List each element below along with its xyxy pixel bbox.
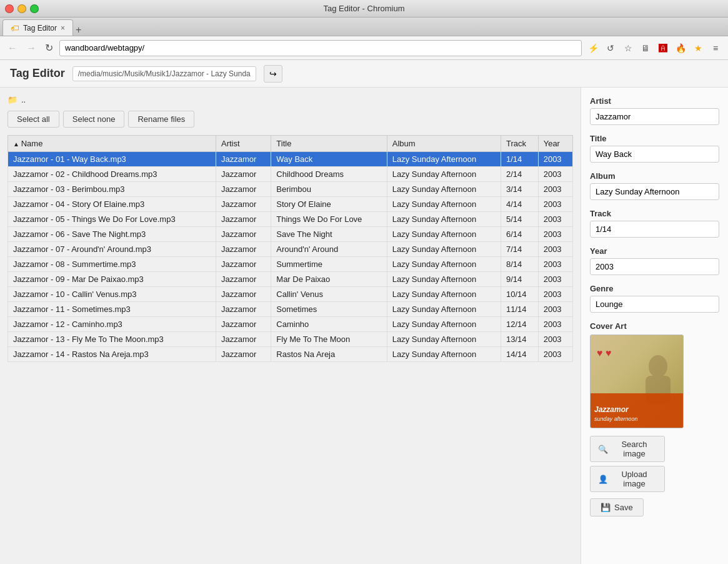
title-field-group: Title: [590, 134, 719, 163]
cell-name: Jazzamor - 03 - Berimbou.mp3: [8, 182, 216, 197]
table-row[interactable]: Jazzamor - 14 - Rastos Na Areja.mp3Jazza…: [8, 347, 573, 362]
cell-album: Lazy Sunday Afternoon: [387, 182, 501, 197]
table-row[interactable]: Jazzamor - 08 - Summertime.mp3JazzamorSu…: [8, 257, 573, 272]
track-input[interactable]: [590, 221, 719, 238]
browser-toolbar-icons: ⚡ ↺ ☆ 🖥 🅰 🔥 ★ ≡: [586, 41, 723, 56]
cell-year: 2003: [538, 317, 572, 332]
col-header-album[interactable]: Album: [387, 136, 501, 152]
cell-name: Jazzamor - 12 - Caminho.mp3: [8, 317, 216, 332]
cell-artist: Jazzamor: [216, 287, 271, 302]
menu-icon[interactable]: ≡: [708, 41, 723, 56]
parent-dir[interactable]: ..: [21, 95, 26, 104]
cell-track: 14/14: [501, 347, 539, 362]
address-input[interactable]: [59, 40, 582, 56]
table-row[interactable]: Jazzamor - 11 - Sometimes.mp3JazzamorSom…: [8, 302, 573, 317]
table-row[interactable]: Jazzamor - 03 - Berimbou.mp3JazzamorBeri…: [8, 182, 573, 197]
bookmark-star-icon[interactable]: ☆: [621, 41, 636, 56]
cell-track: 1/14: [501, 152, 539, 167]
table-row[interactable]: Jazzamor - 13 - Fly Me To The Moon.mp3Ja…: [8, 332, 573, 347]
art-text-overlay: Jazzamorsunday afternoon: [594, 405, 638, 423]
cell-album: Lazy Sunday Afternoon: [387, 167, 501, 182]
cell-title: Fly Me To The Moon: [271, 332, 387, 347]
cell-name: Jazzamor - 02 - Childhood Dreams.mp3: [8, 167, 216, 182]
flash-icon[interactable]: ⚡: [586, 41, 601, 56]
current-path: /media/music/Musik/Musik1/Jazzamor - Laz…: [72, 66, 256, 81]
folder-icon: 📁: [7, 95, 17, 104]
year-input[interactable]: [590, 258, 719, 275]
adblock-icon[interactable]: 🅰: [656, 41, 671, 56]
svg-point-0: [649, 355, 667, 378]
search-image-button[interactable]: 🔍 Search image: [590, 436, 665, 462]
close-button[interactable]: [5, 4, 14, 13]
cell-year: 2003: [538, 212, 572, 227]
cell-title: Childhood Dreams: [271, 167, 387, 182]
table-row[interactable]: Jazzamor - 04 - Story Of Elaine.mp3Jazza…: [8, 197, 573, 212]
table-row[interactable]: Jazzamor - 09 - Mar De Paixao.mp3Jazzamo…: [8, 272, 573, 287]
cell-track: 4/14: [501, 197, 539, 212]
table-row[interactable]: Jazzamor - 06 - Save The Night.mp3Jazzam…: [8, 227, 573, 242]
select-none-button[interactable]: Select none: [63, 111, 125, 128]
title-input[interactable]: [590, 146, 719, 163]
save-button[interactable]: 💾 Save: [590, 498, 644, 516]
cell-artist: Jazzamor: [216, 227, 271, 242]
star-icon[interactable]: ★: [691, 41, 706, 56]
cell-track: 8/14: [501, 257, 539, 272]
cell-title: Things We Do For Love: [271, 212, 387, 227]
back-button[interactable]: ←: [5, 41, 20, 55]
screen-icon[interactable]: 🖥: [638, 41, 653, 56]
artist-input[interactable]: [590, 108, 719, 125]
cell-title: Mar De Paixao: [271, 272, 387, 287]
track-field-group: Track: [590, 209, 719, 238]
cell-year: 2003: [538, 197, 572, 212]
table-row[interactable]: Jazzamor - 01 - Way Back.mp3JazzamorWay …: [8, 152, 573, 167]
cell-year: 2003: [538, 332, 572, 347]
cell-title: Callin' Venus: [271, 287, 387, 302]
album-input[interactable]: [590, 183, 719, 200]
file-navigation: 📁 ..: [7, 95, 573, 104]
tab-close-icon[interactable]: ×: [61, 24, 65, 33]
cover-art-label: Cover Art: [590, 321, 719, 331]
table-row[interactable]: Jazzamor - 02 - Childhood Dreams.mp3Jazz…: [8, 167, 573, 182]
year-label: Year: [590, 246, 719, 256]
table-row[interactable]: Jazzamor - 10 - Callin' Venus.mp3Jazzamo…: [8, 287, 573, 302]
maximize-button[interactable]: [30, 4, 39, 13]
year-field-group: Year: [590, 246, 719, 275]
minimize-button[interactable]: [17, 4, 26, 13]
col-header-year[interactable]: Year: [538, 136, 572, 152]
genre-input[interactable]: [590, 296, 719, 313]
forward-button[interactable]: →: [24, 41, 39, 55]
window-title: Tag Editor - Chromium: [323, 4, 404, 13]
active-tab[interactable]: 🏷 Tag Editor ×: [2, 19, 73, 36]
refresh-circle-icon[interactable]: ↺: [603, 41, 618, 56]
cell-track: 6/14: [501, 227, 539, 242]
col-header-title[interactable]: Title: [271, 136, 387, 152]
cell-year: 2003: [538, 152, 572, 167]
table-row[interactable]: Jazzamor - 07 - Around'n' Around.mp3Jazz…: [8, 242, 573, 257]
cell-year: 2003: [538, 242, 572, 257]
cell-artist: Jazzamor: [216, 302, 271, 317]
cell-album: Lazy Sunday Afternoon: [387, 302, 501, 317]
cell-track: 7/14: [501, 242, 539, 257]
col-header-track[interactable]: Track: [501, 136, 539, 152]
cell-album: Lazy Sunday Afternoon: [387, 152, 501, 167]
upload-image-button[interactable]: 👤 Upload image: [590, 466, 665, 492]
reload-button[interactable]: ↻: [42, 41, 56, 55]
table-row[interactable]: Jazzamor - 05 - Things We Do For Love.mp…: [8, 212, 573, 227]
window-controls[interactable]: [5, 4, 39, 13]
col-header-name[interactable]: Name: [8, 136, 216, 152]
col-header-artist[interactable]: Artist: [216, 136, 271, 152]
cell-title: Caminho: [271, 317, 387, 332]
table-row[interactable]: Jazzamor - 12 - Caminho.mp3JazzamorCamin…: [8, 317, 573, 332]
share-button[interactable]: ↪: [264, 65, 282, 83]
fire-icon[interactable]: 🔥: [673, 41, 688, 56]
cover-art-section: Cover Art ♥ ♥ Jazzamorsunday afternoon: [590, 321, 719, 428]
cell-artist: Jazzamor: [216, 212, 271, 227]
cell-album: Lazy Sunday Afternoon: [387, 227, 501, 242]
select-all-button[interactable]: Select all: [7, 111, 59, 128]
rename-files-button[interactable]: Rename files: [128, 111, 194, 128]
cell-title: Sometimes: [271, 302, 387, 317]
new-tab-button[interactable]: +: [76, 24, 81, 36]
cell-artist: Jazzamor: [216, 257, 271, 272]
cell-artist: Jazzamor: [216, 182, 271, 197]
cell-track: 3/14: [501, 182, 539, 197]
